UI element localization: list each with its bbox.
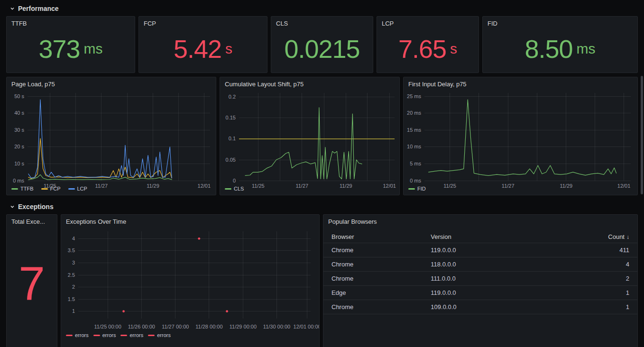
series-swatch-icon bbox=[120, 335, 127, 336]
browser-cell: Chrome bbox=[331, 261, 431, 268]
stat-ttfb: 373 ms bbox=[7, 28, 135, 73]
panel-title-cls-chart[interactable]: Cumulative Layout Shift, p75 bbox=[220, 77, 399, 89]
total-exceptions-stat: 7 bbox=[7, 227, 57, 347]
series-swatch-icon bbox=[93, 335, 100, 336]
page-load-chart[interactable]: 11/2511/2711/2912/010 ms10 s20 s30 s40 s… bbox=[7, 89, 216, 184]
panel-title-lcp[interactable]: LCP bbox=[377, 17, 478, 28]
column-header-browser[interactable]: Browser bbox=[331, 233, 431, 240]
legend-item[interactable]: errors bbox=[120, 332, 143, 338]
stat-lcp: 7.65 s bbox=[377, 28, 478, 73]
svg-text:0.1: 0.1 bbox=[229, 136, 236, 141]
svg-text:11/29: 11/29 bbox=[147, 183, 159, 189]
stat-unit-lcp: s bbox=[450, 41, 457, 57]
svg-text:11/26 00:00: 11/26 00:00 bbox=[128, 324, 155, 329]
count-cell: 1 bbox=[530, 303, 629, 310]
table-row[interactable]: Chrome 109.0.0.0 1 bbox=[323, 300, 637, 314]
svg-text:11/29: 11/29 bbox=[340, 183, 352, 189]
legend-label: errors bbox=[75, 332, 89, 338]
panel-title-page-load[interactable]: Page Load, p75 bbox=[7, 77, 216, 89]
scrollbar-thumb[interactable] bbox=[641, 76, 643, 194]
svg-text:50 s: 50 s bbox=[14, 93, 24, 99]
panel-title-fid[interactable]: FID bbox=[483, 17, 637, 28]
svg-text:2.5: 2.5 bbox=[68, 272, 75, 278]
panel-title-cls[interactable]: CLS bbox=[271, 17, 373, 28]
row-header-performance[interactable]: Performance bbox=[6, 3, 638, 14]
legend-label: errors bbox=[102, 332, 116, 338]
fid-chart[interactable]: 11/2511/2711/2912/010 ms5 ms10 ms15 ms20… bbox=[404, 89, 637, 184]
svg-text:2: 2 bbox=[72, 284, 75, 290]
browser-cell: Edge bbox=[331, 289, 431, 296]
svg-text:11/25: 11/25 bbox=[443, 183, 456, 189]
svg-text:1.5: 1.5 bbox=[68, 296, 75, 302]
panel-popular-browsers: Popular Browsers Browser Version Count↓ … bbox=[323, 214, 638, 347]
svg-text:12/01: 12/01 bbox=[198, 183, 211, 189]
panel-title-fcp[interactable]: FCP bbox=[139, 17, 267, 28]
browser-cell: Chrome bbox=[331, 247, 431, 254]
panel-fcp: FCP 5.42 s bbox=[138, 16, 267, 73]
svg-text:0.2: 0.2 bbox=[229, 94, 236, 100]
stat-value-cls: 0.0215 bbox=[284, 36, 359, 62]
column-header-count[interactable]: Count↓ bbox=[530, 233, 629, 240]
legend-item[interactable]: errors bbox=[93, 332, 116, 338]
exceptions-chart[interactable]: 11/25 00:0011/26 00:0011/27 00:0011/28 0… bbox=[61, 227, 319, 331]
column-header-version[interactable]: Version bbox=[431, 233, 530, 240]
panel-title-ttfb[interactable]: TTFB bbox=[7, 17, 135, 28]
row-title-exceptions: Exceptions bbox=[18, 203, 54, 210]
svg-text:11/27: 11/27 bbox=[295, 183, 308, 189]
svg-text:10 s: 10 s bbox=[14, 161, 24, 166]
stat-value-fid: 8.50 bbox=[524, 36, 572, 62]
series-swatch-icon bbox=[66, 335, 73, 336]
svg-text:15 ms: 15 ms bbox=[407, 127, 421, 133]
stat-value-ttfb: 373 bbox=[38, 36, 80, 62]
count-cell: 1 bbox=[530, 289, 629, 296]
panel-exceptions-over-time: Exceptions Over Time 11/25 00:0011/26 00… bbox=[61, 214, 320, 347]
exceptions-row: Total Exce... 7 Exceptions Over Time 11/… bbox=[6, 214, 638, 347]
table-row[interactable]: Chrome 111.0.0.0 2 bbox=[323, 272, 637, 286]
svg-text:11/27: 11/27 bbox=[95, 183, 108, 189]
svg-text:0 ms: 0 ms bbox=[13, 178, 24, 183]
stat-fcp: 5.42 s bbox=[139, 28, 267, 73]
legend-item[interactable]: errors bbox=[148, 332, 171, 338]
total-exceptions-value: 7 bbox=[18, 260, 45, 307]
series-swatch-icon bbox=[148, 335, 155, 336]
panel-title-exceptions-over-time[interactable]: Exceptions Over Time bbox=[61, 215, 319, 227]
browsers-table-header: Browser Version Count↓ bbox=[323, 230, 637, 243]
panel-title-fid-chart[interactable]: First Input Delay, p75 bbox=[404, 77, 637, 89]
panel-title-popular-browsers[interactable]: Popular Browsers bbox=[323, 215, 637, 227]
table-row[interactable]: Edge 119.0.0.0 1 bbox=[323, 286, 637, 300]
stat-value-fcp: 5.42 bbox=[174, 36, 221, 62]
table-row[interactable]: Chrome 119.0.0.0 411 bbox=[323, 243, 637, 257]
svg-text:11/27: 11/27 bbox=[502, 183, 515, 189]
legend-item[interactable]: errors bbox=[66, 332, 89, 338]
svg-text:11/27 00:00: 11/27 00:00 bbox=[162, 324, 189, 329]
svg-text:0 ms: 0 ms bbox=[410, 178, 421, 183]
chart-svg: 11/2511/2711/2912/0100.050.10.150.2 bbox=[220, 89, 399, 190]
row-header-exceptions[interactable]: Exceptions bbox=[6, 201, 638, 212]
svg-text:11/29 00:00: 11/29 00:00 bbox=[230, 324, 257, 329]
count-cell: 2 bbox=[530, 275, 629, 282]
svg-text:11/25: 11/25 bbox=[44, 183, 56, 189]
stat-fid: 8.50 ms bbox=[483, 28, 637, 73]
version-cell: 118.0.0.0 bbox=[431, 261, 530, 268]
svg-text:0.15: 0.15 bbox=[226, 115, 236, 120]
panel-cls-chart: Cumulative Layout Shift, p75 11/2511/271… bbox=[220, 77, 400, 195]
svg-text:12/01 00:00: 12/01 00:00 bbox=[294, 324, 319, 329]
svg-text:20 ms: 20 ms bbox=[407, 110, 421, 116]
panel-title-total-exceptions[interactable]: Total Exce... bbox=[7, 215, 57, 227]
svg-text:11/25 00:00: 11/25 00:00 bbox=[94, 324, 121, 329]
stat-cls: 0.0215 bbox=[271, 28, 373, 73]
version-cell: 109.0.0.0 bbox=[431, 303, 530, 310]
browsers-table: Browser Version Count↓ Chrome 119.0.0.0 … bbox=[323, 230, 637, 347]
table-row[interactable]: Chrome 118.0.0.0 4 bbox=[323, 257, 637, 272]
browser-cell: Chrome bbox=[331, 303, 431, 310]
version-cell: 119.0.0.0 bbox=[431, 289, 530, 296]
panel-fid: FID 8.50 ms bbox=[482, 16, 638, 73]
stat-value-lcp: 7.65 bbox=[398, 36, 446, 62]
stat-unit-fid: ms bbox=[577, 41, 596, 57]
panel-page-load: Page Load, p75 11/2511/2711/2912/010 ms1… bbox=[6, 77, 216, 195]
version-cell: 119.0.0.0 bbox=[431, 247, 530, 254]
version-cell: 111.0.0.0 bbox=[431, 275, 530, 282]
cls-chart[interactable]: 11/2511/2711/2912/0100.050.10.150.2 bbox=[220, 89, 399, 184]
svg-text:11/25: 11/25 bbox=[252, 183, 265, 189]
count-cell: 411 bbox=[530, 247, 629, 254]
